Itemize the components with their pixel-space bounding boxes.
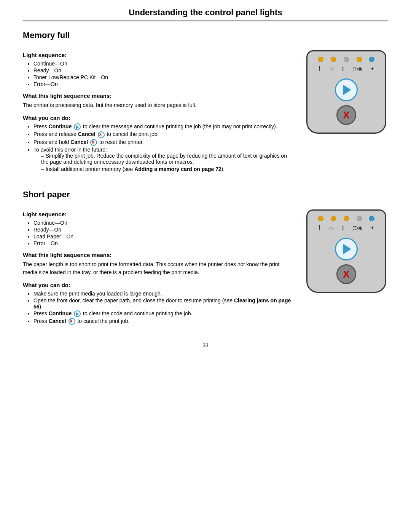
- toner-light: [357, 57, 362, 62]
- ready-light-2: [331, 216, 336, 221]
- list-item: Press Cancel to cancel the print job.: [33, 318, 293, 325]
- cancel-button-diagram: X: [336, 105, 356, 125]
- sun-icon-2: ✦: [370, 225, 374, 231]
- short-what-do-label: What you can do:: [23, 282, 293, 288]
- short-paper-text: Light sequence: Continue—On Ready—On Loa…: [23, 206, 293, 328]
- continue-light: [318, 57, 323, 62]
- light-indicator-row: [313, 57, 380, 62]
- page-title: Understanding the control panel lights: [129, 8, 282, 17]
- continue-icon: [74, 123, 81, 130]
- continue-light-2: [318, 216, 323, 221]
- continue-arrow-icon: [343, 85, 351, 95]
- load-paper-light: [344, 57, 349, 62]
- toner-light-2: [357, 216, 362, 221]
- list-item: Press and hold Cancel to reset the print…: [33, 139, 293, 146]
- memory-full-text: Light sequence: Continue—On Ready—On Ton…: [23, 46, 293, 174]
- toner-icon: ☶/◉: [352, 66, 363, 72]
- short-paper-diagram: ! :∿ ▯ ☶/◉ ✦ X: [304, 206, 388, 328]
- memory-what-means-text: The printer is processing data, but the …: [23, 101, 293, 109]
- sun-icon: ✦: [370, 66, 374, 72]
- page-icon-2: ▯: [342, 225, 344, 231]
- short-paper-section: Short paper Light sequence: Continue—On …: [23, 190, 388, 328]
- memory-light-sequence-list: Continue—On Ready—On Toner Low/Replace P…: [23, 61, 293, 87]
- list-item: Ready—On: [33, 67, 293, 73]
- memory-full-row: Light sequence: Continue—On Ready—On Ton…: [23, 46, 388, 174]
- icon-symbol-row: ! :∿ ▯ ☶/◉ ✦: [313, 64, 380, 73]
- ready-light: [331, 57, 336, 62]
- toner-icon-2: ☶/◉: [352, 225, 363, 231]
- short-light-sequence-list: Continue—On Ready—On Load Paper—On Error…: [23, 220, 293, 246]
- cancel-button-diagram-2: X: [336, 264, 356, 284]
- list-item: To avoid this error in the future: Simpl…: [33, 147, 293, 172]
- list-item: Load Paper—On: [33, 233, 293, 240]
- memory-full-heading: Memory full: [23, 30, 388, 40]
- printer-panel-2: ! :∿ ▯ ☶/◉ ✦ X: [306, 209, 386, 293]
- short-what-means-text: The paper length is too short to print t…: [23, 260, 293, 276]
- list-item: Press Continue to clear the message and …: [33, 123, 293, 130]
- cancel-x-icon: X: [343, 110, 349, 120]
- memory-what-do-label: What you can do:: [23, 115, 293, 121]
- list-item: Simplify the print job. Reduce the compl…: [41, 153, 293, 165]
- light-indicator-row-2: [313, 216, 380, 221]
- list-item: Open the front door, clear the paper pat…: [33, 297, 293, 310]
- continue-icon: [74, 310, 81, 317]
- cancel-icon: [98, 131, 105, 138]
- continue-button-diagram: [335, 78, 358, 101]
- memory-light-sequence-label: Light sequence:: [23, 52, 293, 58]
- list-item: Ready—On: [33, 227, 293, 233]
- wave-icon-2: :∿: [328, 225, 334, 231]
- short-paper-row: Light sequence: Continue—On Ready—On Loa…: [23, 206, 388, 328]
- memory-full-section: Memory full Light sequence: Continue—On …: [23, 30, 388, 174]
- memory-full-diagram: ! :∿ ▯ ☶/◉ ✦ X: [304, 46, 388, 174]
- list-item: Error—On: [33, 240, 293, 246]
- memory-sub-list: Simplify the print job. Reduce the compl…: [33, 153, 293, 172]
- list-item: Press Continue to clear the code and con…: [33, 310, 293, 317]
- cancel-x-icon-2: X: [343, 269, 349, 279]
- short-light-sequence-label: Light sequence:: [23, 211, 293, 217]
- page-number: 33: [23, 342, 388, 348]
- list-item: Error—On: [33, 81, 293, 87]
- short-paper-heading: Short paper: [23, 190, 388, 200]
- cancel-icon: [68, 318, 75, 325]
- icon-symbol-row-2: ! :∿ ▯ ☶/◉ ✦: [313, 224, 380, 232]
- memory-what-do-list: Press Continue to clear the message and …: [23, 123, 293, 172]
- printer-panel-1: ! :∿ ▯ ☶/◉ ✦ X: [306, 50, 386, 134]
- page-icon: ▯: [342, 66, 344, 72]
- page-title-container: Understanding the control panel lights: [23, 8, 388, 21]
- list-item: Press and release Cancel to cancel the p…: [33, 131, 293, 138]
- wave-icon: :∿: [328, 66, 334, 72]
- continue-button-diagram-2: [335, 238, 358, 260]
- list-item: Install additional printer memory (see A…: [41, 166, 293, 172]
- exclamation-icon: !: [318, 64, 321, 73]
- list-item: Continue—On: [33, 220, 293, 226]
- error-light: [369, 57, 374, 62]
- continue-arrow-icon-2: [343, 244, 351, 254]
- exclamation-icon-2: !: [318, 224, 321, 232]
- load-paper-light-2: [344, 216, 349, 221]
- list-item: Make sure the print media you loaded is …: [33, 291, 293, 297]
- error-light-2: [369, 216, 374, 221]
- short-what-do-list: Make sure the print media you loaded is …: [23, 291, 293, 325]
- cancel-icon: [90, 139, 97, 146]
- list-item: Continue—On: [33, 61, 293, 67]
- memory-what-means-label: What this light sequence means:: [23, 93, 293, 99]
- list-item: Toner Low/Replace PC Kit—On: [33, 74, 293, 80]
- short-what-means-label: What this light sequence means:: [23, 252, 293, 258]
